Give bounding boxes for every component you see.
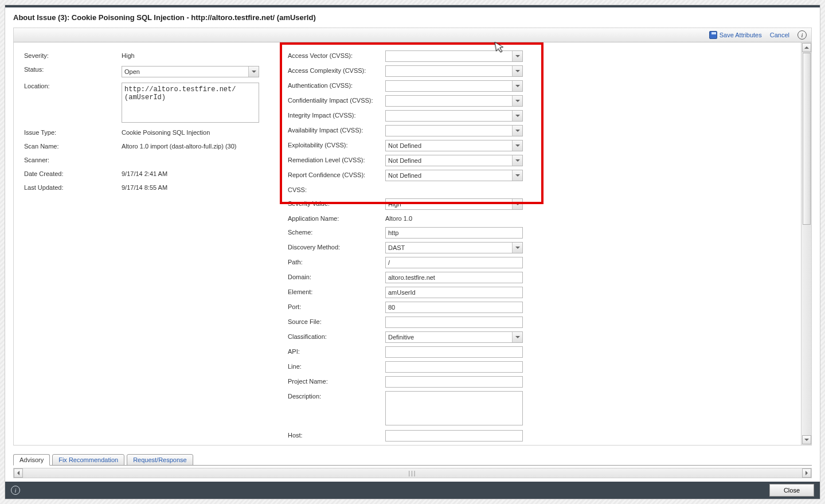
access-complexity-select[interactable] bbox=[385, 65, 523, 77]
chevron-down-icon bbox=[512, 66, 522, 76]
severity-value-value: High bbox=[388, 201, 401, 208]
scheme-input[interactable] bbox=[385, 227, 523, 239]
app-name-label: Application Name: bbox=[288, 213, 385, 222]
severity-label: Severity: bbox=[24, 50, 122, 59]
chevron-down-icon bbox=[512, 170, 522, 181]
toolbar: Save Attributes Cancel i bbox=[13, 28, 812, 42]
cancel-link[interactable]: Cancel bbox=[770, 32, 789, 38]
chevron-down-icon bbox=[248, 67, 259, 77]
vertical-scrollbar[interactable] bbox=[801, 42, 811, 445]
remediation-select[interactable]: Not Defined bbox=[385, 155, 523, 166]
issue-type-label: Issue Type: bbox=[24, 127, 122, 136]
project-name-label: Project Name: bbox=[288, 376, 385, 385]
confidentiality-select[interactable] bbox=[385, 95, 523, 107]
tab-request-response[interactable]: Request/Response bbox=[127, 454, 193, 466]
close-button[interactable]: Close bbox=[769, 484, 814, 497]
classification-select[interactable]: Definitive bbox=[385, 331, 523, 343]
chevron-down-icon bbox=[512, 96, 522, 106]
host-input[interactable] bbox=[385, 430, 523, 442]
severity-value-select[interactable]: High bbox=[385, 198, 523, 210]
chevron-down-icon bbox=[512, 140, 522, 151]
app-name-value: Altoro 1.0 bbox=[385, 213, 523, 222]
chevron-down-icon bbox=[512, 81, 522, 91]
integrity-select[interactable] bbox=[385, 110, 523, 122]
chevron-down-icon bbox=[512, 155, 522, 166]
date-created-label: Date Created: bbox=[24, 169, 122, 177]
footer-bar: i Close bbox=[5, 482, 820, 499]
authentication-label: Authentication (CVSS): bbox=[288, 80, 385, 89]
exploitability-label: Exploitability (CVSS): bbox=[288, 140, 385, 149]
chevron-down-icon bbox=[512, 243, 522, 253]
remediation-value: Not Defined bbox=[388, 157, 421, 164]
issue-type-value: Cookie Poisoning SQL Injection bbox=[122, 127, 271, 136]
report-confidence-value: Not Defined bbox=[388, 172, 421, 179]
tab-advisory[interactable]: Advisory bbox=[13, 454, 50, 466]
confidentiality-label: Confidentiality Impact (CVSS): bbox=[288, 95, 385, 104]
discovery-method-select[interactable]: DAST bbox=[385, 242, 523, 253]
scan-name-value: Altoro 1.0 import (dast-altoro-full.zip)… bbox=[122, 141, 271, 150]
tab-fix-recommendation[interactable]: Fix Recommendation bbox=[52, 454, 124, 466]
status-label: Status: bbox=[24, 64, 122, 73]
horizontal-scrollbar[interactable]: ||| bbox=[13, 468, 812, 478]
scanner-value bbox=[122, 155, 271, 157]
element-label: Element: bbox=[288, 287, 385, 295]
access-complexity-label: Access Complexity (CVSS): bbox=[288, 65, 385, 74]
scheme-label: Scheme: bbox=[288, 227, 385, 236]
port-input[interactable] bbox=[385, 302, 523, 313]
location-textarea[interactable] bbox=[122, 83, 259, 123]
element-input[interactable] bbox=[385, 287, 523, 298]
scroll-right-button[interactable] bbox=[802, 468, 811, 478]
date-created-value: 9/17/14 2:41 AM bbox=[122, 169, 271, 177]
last-updated-label: Last Updated: bbox=[24, 182, 122, 191]
exploitability-select[interactable]: Not Defined bbox=[385, 140, 523, 151]
access-vector-select[interactable] bbox=[385, 50, 523, 62]
availability-label: Availability Impact (CVSS): bbox=[288, 125, 385, 134]
host-label: Host: bbox=[288, 430, 385, 439]
chevron-down-icon bbox=[512, 51, 522, 61]
integrity-label: Integrity Impact (CVSS): bbox=[288, 110, 385, 119]
chevron-down-icon bbox=[512, 332, 522, 342]
cvss-label: CVSS: bbox=[288, 185, 385, 193]
line-label: Line: bbox=[288, 361, 385, 370]
description-textarea[interactable] bbox=[385, 391, 523, 425]
scroll-grip-icon: ||| bbox=[409, 470, 417, 476]
source-file-label: Source File: bbox=[288, 317, 385, 325]
info-icon[interactable]: i bbox=[797, 30, 807, 40]
scroll-up-button[interactable] bbox=[802, 43, 811, 52]
classification-value: Definitive bbox=[388, 334, 414, 341]
project-name-input[interactable] bbox=[385, 376, 523, 388]
remediation-label: Remediation Level (CVSS): bbox=[288, 155, 385, 163]
port-label: Port: bbox=[288, 302, 385, 310]
api-label: API: bbox=[288, 346, 385, 355]
line-input[interactable] bbox=[385, 361, 523, 373]
discovery-method-value: DAST bbox=[388, 244, 405, 251]
scroll-thumb[interactable] bbox=[803, 53, 811, 225]
severity-value-label: Severity Value: bbox=[288, 198, 385, 207]
availability-select[interactable] bbox=[385, 125, 523, 136]
chevron-down-icon bbox=[512, 111, 522, 121]
page-title: About Issue (3): Cookie Poisoning SQL In… bbox=[5, 7, 820, 25]
save-attributes-link[interactable]: Save Attributes bbox=[720, 32, 762, 38]
status-select-value: Open bbox=[124, 68, 140, 75]
scan-name-label: Scan Name: bbox=[24, 141, 122, 150]
form-scroll[interactable]: Severity: High Status: Open Loc bbox=[14, 42, 801, 445]
api-input[interactable] bbox=[385, 346, 523, 358]
discovery-method-label: Discovery Method: bbox=[288, 242, 385, 251]
chevron-down-icon bbox=[512, 199, 522, 209]
last-updated-value: 9/17/14 8:55 AM bbox=[122, 182, 271, 191]
severity-value: High bbox=[122, 50, 271, 59]
save-icon bbox=[709, 31, 717, 39]
scroll-down-button[interactable] bbox=[802, 435, 811, 444]
status-select[interactable]: Open bbox=[122, 66, 259, 77]
source-file-input[interactable] bbox=[385, 317, 523, 328]
scroll-left-button[interactable] bbox=[14, 468, 23, 478]
domain-input[interactable] bbox=[385, 272, 523, 283]
authentication-select[interactable] bbox=[385, 80, 523, 92]
access-vector-label: Access Vector (CVSS): bbox=[288, 50, 385, 59]
scanner-label: Scanner: bbox=[24, 155, 122, 163]
report-confidence-label: Report Confidence (CVSS): bbox=[288, 170, 385, 178]
report-confidence-select[interactable]: Not Defined bbox=[385, 170, 523, 181]
classification-label: Classification: bbox=[288, 331, 385, 340]
path-input[interactable] bbox=[385, 257, 523, 268]
footer-info-icon[interactable]: i bbox=[11, 486, 20, 495]
